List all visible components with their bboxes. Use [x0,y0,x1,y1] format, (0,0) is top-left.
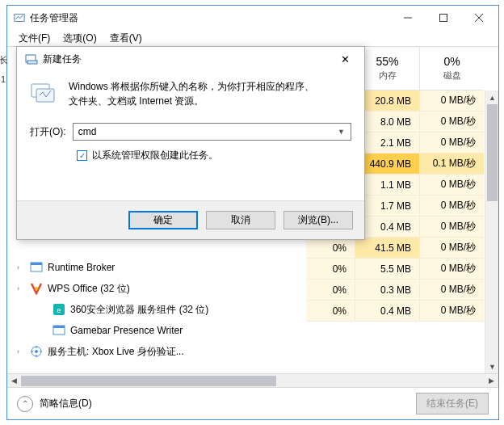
dialog-description: Windows 将根据你所键入的名称，为你打开相应的程序、 文件夹、文档或 In… [69,79,314,108]
disk-cell: 0 MB/秒 [419,280,484,300]
process-name: 服务主机: Xbox Live 身份验证... [48,345,184,359]
process-name: WPS Office (32 位) [48,282,130,296]
vertical-scrollbar[interactable]: ▲ ▼ [485,90,498,373]
dialog-title: 新建任务 [43,53,330,66]
disk-cell: 0.1 MB/秒 [419,154,484,174]
process-name: Gamebar Presence Writer [70,325,183,336]
svg-rect-2 [440,15,447,22]
run-icon [25,53,38,65]
disk-pct: 0% [420,55,484,68]
chevron-up-icon[interactable]: ⌃ [17,396,33,412]
process-list: ›Runtime Broker›WPS Office (32 位)e360安全浏… [12,257,348,362]
dialog-close-button[interactable]: ✕ [330,48,359,69]
admin-checkbox[interactable]: ✓ [77,150,87,161]
open-combobox[interactable]: ▼ [73,123,351,141]
memory-cell: 0.4 MB [355,301,419,321]
process-row[interactable]: ›Runtime Broker [12,257,348,278]
chevron-down-icon[interactable]: ▼ [335,128,347,136]
table-row[interactable]: 8.0 MB0 MB/秒 [355,112,484,133]
left-edge-text: 长 1 [0,50,6,89]
scroll-right-icon[interactable]: ▶ [485,374,498,388]
brief-info-button[interactable]: 简略信息(D) [40,397,92,410]
close-button[interactable] [461,6,497,29]
hscroll-thumb[interactable] [21,376,276,386]
table-row[interactable]: 1.1 MB0 MB/秒 [355,175,484,196]
horizontal-scrollbar[interactable]: ◀ ▶ [7,373,498,387]
scroll-up-icon[interactable]: ▲ [485,90,498,104]
process-row[interactable]: ›WPS Office (32 位) [12,278,348,299]
process-row[interactable]: e360安全浏览器 服务组件 (32 位) [12,299,348,320]
menu-view[interactable]: 查看(V) [105,30,147,47]
table-row[interactable]: 20.8 MB0 MB/秒 [355,90,484,112]
titlebar: 任务管理器 [7,6,498,30]
disk-cell: 0 MB/秒 [419,196,484,216]
process-icon [52,324,65,337]
admin-checkbox-label: 以系统管理权限创建此任务。 [92,149,218,162]
disk-cell: 0 MB/秒 [419,259,484,279]
expand-icon[interactable]: › [17,347,25,356]
table-row[interactable]: 5.5 MB0 MB/秒 [355,259,484,280]
table-row[interactable]: 41.5 MB0 MB/秒 [355,238,484,259]
expand-icon[interactable]: › [17,284,25,292]
svg-rect-6 [31,263,42,265]
new-task-dialog: 新建任务 ✕ Windows 将根据你所键入的名称，为你打开相应的程序、 文件夹… [16,46,365,240]
scroll-down-icon[interactable]: ▼ [485,360,498,373]
process-icon: e [52,303,65,316]
disk-cell: 0 MB/秒 [419,238,484,258]
cancel-button[interactable]: 取消 [206,211,275,229]
process-row[interactable]: ›服务主机: Xbox Live 身份验证... [12,341,348,362]
statusbar: ⌃ 简略信息(D) 结束任务(E) [7,387,498,419]
open-input[interactable] [77,125,335,138]
disk-label: 磁盘 [420,69,484,82]
table-row[interactable]: 0.4 MB0 MB/秒 [355,301,484,322]
column-headers: 55% 内存 0% 磁盘 [355,47,484,90]
disk-cell: 0 MB/秒 [419,133,484,153]
table-row[interactable]: 1.7 MB0 MB/秒 [355,196,484,217]
disk-cell: 0 MB/秒 [419,175,484,195]
process-icon [30,345,43,358]
process-name: Runtime Broker [48,262,115,273]
browse-button[interactable]: 浏览(B)... [284,211,353,229]
svg-point-7 [35,287,38,290]
run-dialog-icon [30,79,57,107]
table-row[interactable]: 440.9 MB0.1 MB/秒 [355,154,484,175]
svg-point-13 [35,350,38,353]
cpu-cell: 0% [306,238,355,258]
memory-cell: 41.5 MB [355,238,419,258]
table-row[interactable]: 0.4 MB0 MB/秒 [355,217,484,238]
window-title: 任务管理器 [30,11,390,25]
disk-cell: 0 MB/秒 [419,301,484,321]
ok-button[interactable]: 确定 [128,211,198,229]
svg-rect-15 [27,61,37,64]
table-row[interactable]: 2.1 MB0 MB/秒 [355,133,484,154]
col-header-disk[interactable]: 0% 磁盘 [419,47,484,90]
menubar: 文件(F) 选项(O) 查看(V) [7,30,498,46]
open-label: 打开(O): [30,125,66,139]
expand-icon[interactable]: › [17,263,25,271]
scroll-thumb[interactable] [487,104,498,201]
process-name: 360安全浏览器 服务组件 (32 位) [70,303,208,317]
data-rows: 20.8 MB0 MB/秒8.0 MB0 MB/秒2.1 MB0 MB/秒440… [355,90,484,322]
task-manager-icon [14,12,25,23]
menu-options[interactable]: 选项(O) [58,30,101,47]
end-task-button[interactable]: 结束任务(E) [416,393,489,414]
disk-cell: 0 MB/秒 [419,112,484,132]
dialog-titlebar: 新建任务 ✕ [17,47,364,71]
memory-cell: 5.5 MB [355,259,419,279]
svg-rect-11 [53,326,65,328]
process-row[interactable]: Gamebar Presence Writer [12,320,348,341]
table-row[interactable]: 0.3 MB0 MB/秒 [355,280,484,301]
menu-file[interactable]: 文件(F) [14,30,55,47]
minimize-button[interactable] [390,6,426,29]
process-icon [30,261,43,274]
maximize-button[interactable] [426,6,461,29]
disk-cell: 0 MB/秒 [419,217,484,237]
process-icon [30,282,43,295]
memory-cell: 0.3 MB [355,280,419,300]
svg-text:e: e [57,306,61,314]
disk-cell: 0 MB/秒 [419,90,484,111]
scroll-left-icon[interactable]: ◀ [7,374,21,388]
